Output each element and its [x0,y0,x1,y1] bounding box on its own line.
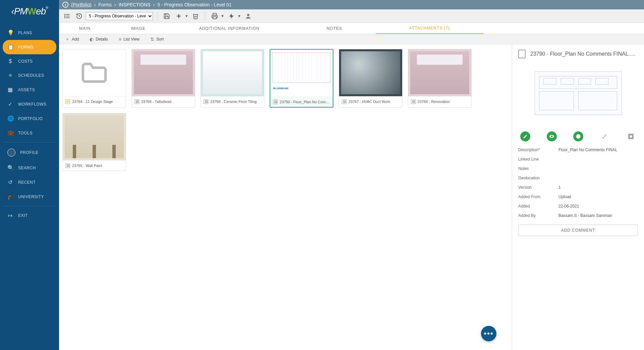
download-button[interactable] [573,131,583,141]
tab-main[interactable]: MAIN [59,23,111,34]
card-label: 23768 - Ceramic Floor Tiling [210,100,257,104]
print-icon[interactable] [209,11,220,21]
crop-button[interactable] [626,131,636,141]
grid-icon: ▦ [7,86,13,93]
photo-thumb [408,49,471,96]
bolt-dropdown-icon[interactable]: ▾ [237,11,241,21]
meta-value: 22-06-2021 [558,204,638,209]
meta-label: Geolocation [518,176,558,180]
attachment-card[interactable]: 📁23764 - 11 Design Stage [62,49,126,108]
sidebar-item-label: SCHEDULES [18,73,44,78]
sidebar-item-search[interactable]: 🔍SEARCH [3,161,56,175]
photo-thumb [63,113,126,160]
attachments-toolbar: ＋Add ◐Details ≡List View ⇅Sort [59,34,644,44]
sidebar-item-plans[interactable]: 💡PLANS [3,25,56,40]
bulb-icon: 💡 [7,30,13,36]
meta-value [558,157,638,162]
globe-icon: 🌐 [7,115,13,122]
sidebar-item-profile[interactable]: PROFILE [3,144,56,161]
breadcrumb-root[interactable]: (Portfolio) [71,2,92,7]
card-label: 23769 - 7a8a9ead- [141,100,172,104]
logo[interactable]: ‹PMWeb® [0,0,59,23]
clipboard-icon: 📋 [7,44,13,50]
sidebar-item-label: EXIT [18,213,28,218]
metadata-grid: Description*Floor_Plan No Comments FINAL… [518,148,638,218]
card-label: 23764 - 11 Design Stage [72,100,113,104]
meta-value: Floor_Plan No Comments FINAL [558,148,638,152]
details-button[interactable]: ◐Details [88,35,110,43]
brush-button[interactable] [599,131,609,141]
sidebar-item-label: SEARCH [18,166,36,170]
listview-button[interactable]: ≡List View [117,35,142,43]
sidebar-item-recent[interactable]: ↺RECENT [3,175,56,189]
sort-button[interactable]: ⇅Sort [148,35,166,43]
svg-rect-10 [213,16,216,19]
sidebar-item-schedules[interactable]: ≡SCHEDULES [3,68,56,82]
print-dropdown-icon[interactable]: ▾ [220,11,225,21]
pdf-icon [518,50,526,58]
preview-image[interactable] [528,63,629,123]
image-icon: 🖼 [342,99,346,104]
add-comment-button[interactable]: ADD COMMENT [518,225,638,236]
meta-value [558,176,638,180]
card-label: 23790 - Floor_Plan No Com… [280,100,329,104]
card-label: 23767 - HVAC Duct Work [348,100,390,104]
breadcrumb-inspections[interactable]: INSPECTIONS [119,2,151,7]
attachment-card[interactable]: 🖼23769 - 7a8a9ead- [131,49,195,108]
attachment-card[interactable]: 🖼23768 - Ceramic Floor Tiling [201,49,264,108]
delete-icon[interactable] [190,11,201,21]
add-dropdown-icon[interactable]: ▾ [184,11,189,21]
breadcrumb-forms[interactable]: Forms [98,2,112,7]
sidebar-item-exit[interactable]: ↦EXIT [3,208,56,223]
history-icon[interactable] [74,11,85,21]
attachment-card[interactable]: 🖼23765 - Wall Paint [62,113,126,171]
toolbar: 5 - Progress Observation - Level 01 ▾ ▾ … [59,9,644,23]
folder-thumb [63,49,126,96]
sidebar-item-assets[interactable]: ▦ASSETS [3,82,56,97]
exit-icon: ↦ [7,212,13,219]
detail-panel: 23790 - Floor_Plan No Comments FINAL…. [512,44,644,350]
svg-rect-14 [630,135,633,138]
meta-value: Upload [558,194,638,199]
sidebar-item-portfolio[interactable]: 🌐PORTFOLIO [3,111,56,126]
meta-value: Bassam.S - Bassam Samman [558,213,638,218]
list-icon: ≡ [119,37,121,42]
sidebar-item-costs[interactable]: $COSTS [3,54,56,68]
image-icon: 🖼 [135,99,139,104]
save-icon[interactable] [161,11,172,21]
record-select[interactable]: 5 - Progress Observation - Level 01 [86,12,153,20]
view-button[interactable] [547,131,557,141]
tab-image[interactable]: IMAGE [111,23,166,34]
user-icon[interactable] [243,11,254,21]
sidebar-item-label: PORTFOLIO [18,116,43,121]
photo-thumb [339,49,402,96]
sidebar-item-workflows[interactable]: ✓WORKFLOWS [3,97,56,111]
svg-rect-11 [213,13,216,15]
image-icon: 🖼 [411,99,416,104]
tab-bar: MAIN IMAGE ADDITIONAL INFORMATION NOTES … [59,23,644,34]
attachment-card[interactable]: 🖼23767 - HVAC Duct Work [339,49,402,108]
sidebar-item-tools[interactable]: 💼TOOLS [3,126,56,140]
search-icon: 🔍 [7,165,13,171]
list-icon[interactable] [62,11,72,21]
add-button[interactable]: ＋Add [63,35,81,44]
sort-icon: ⇅ [150,37,154,42]
sidebar-item-label: PLANS [18,31,32,35]
sidebar-item-university[interactable]: 🎓UNIVERSITY [3,189,56,204]
graduate-icon: 🎓 [7,193,13,200]
meta-label: Added [518,204,558,209]
attachment-card-selected[interactable]: BLUEBEAM 🖼23790 - Floor_Plan No Com… [270,49,333,108]
tab-additional[interactable]: ADDITIONAL INFORMATION [166,23,293,34]
tab-attachments[interactable]: ATTACHMENTS (7) [376,23,483,34]
attachment-card[interactable]: 🖼23766 - Renovation [408,49,472,108]
info-icon[interactable]: i [62,2,68,8]
meta-label: Notes [518,166,558,171]
sidebar-item-label: FORMS [18,45,34,50]
add-icon[interactable] [173,11,184,21]
bolt-icon[interactable] [226,11,237,21]
edit-button[interactable] [520,131,530,141]
sidebar-item-forms[interactable]: 📋FORMS [3,40,56,54]
dollar-icon: $ [7,58,13,64]
fab-more-button[interactable]: ••• [481,326,496,341]
tab-notes[interactable]: NOTES [293,23,376,34]
